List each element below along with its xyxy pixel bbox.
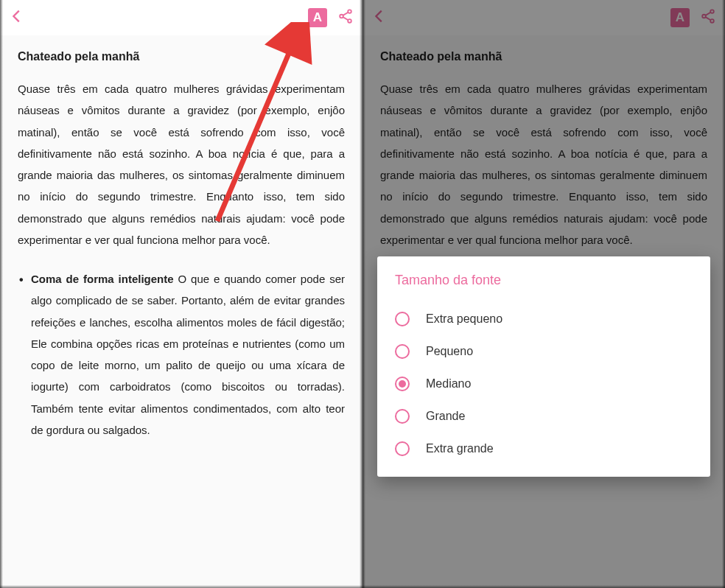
svg-point-1 [340,15,343,18]
radio-label: Grande [426,410,465,423]
share-icon[interactable] [700,8,716,27]
toolbar: A [0,0,362,35]
article-body: Quase três em cada quatro mulheres grávi… [380,78,707,251]
radio-option-extra-pequeno[interactable]: Extra pequeno [395,303,693,335]
article-body: Quase três em cada quatro mulheres grávi… [18,78,345,251]
radio-option-mediano[interactable]: Mediano [395,368,693,400]
radio-icon [395,312,410,326]
svg-line-4 [343,17,349,20]
radio-label: Pequeno [426,345,473,358]
radio-option-pequeno[interactable]: Pequeno [395,335,693,368]
svg-point-7 [702,15,706,18]
bullet-body: O que e quando comer pode ser algo compl… [31,273,345,436]
svg-point-0 [348,10,351,13]
edge-decoration [722,0,725,588]
edge-decoration [362,0,365,588]
font-size-icon[interactable]: A [670,8,690,27]
radio-icon [395,409,410,424]
bullet-title: Coma de forma inteligente [31,273,174,285]
font-size-dialog: Tamanho da fonte Extra pequeno Pequeno M… [377,256,710,477]
radio-label: Extra grande [426,442,494,455]
svg-line-10 [706,17,711,20]
svg-point-8 [710,19,714,23]
bullet-item: Coma de forma inteligente O que e quando… [18,268,345,441]
svg-line-3 [343,13,349,15]
edge-decoration [362,585,725,588]
svg-point-6 [710,10,714,13]
radio-label: Mediano [426,377,471,391]
radio-label: Extra pequeno [426,312,502,326]
radio-option-extra-grande[interactable]: Extra grande [395,433,693,465]
article-content: Chateado pela manhã Quase três em cada q… [0,35,362,455]
screen-right: A Chateado pela manhã Quase três em cada… [362,0,725,588]
back-icon[interactable] [9,8,25,27]
article-title: Chateado pela manhã [380,50,707,63]
font-size-icon[interactable]: A [308,8,327,27]
radio-icon-selected [395,377,410,391]
radio-option-grande[interactable]: Grande [395,400,693,433]
dialog-title: Tamanho da fonte [395,273,693,288]
back-icon[interactable] [371,8,388,27]
radio-icon [395,441,410,456]
share-icon[interactable] [337,8,354,27]
article-title: Chateado pela manhã [18,50,345,63]
svg-line-9 [706,13,711,15]
svg-point-2 [348,19,351,23]
edge-decoration [0,0,3,588]
radio-icon [395,344,410,359]
toolbar: A [362,0,725,35]
screen-left: A Chateado pela manhã Quase três em cada… [0,0,362,588]
edge-decoration [0,585,362,588]
